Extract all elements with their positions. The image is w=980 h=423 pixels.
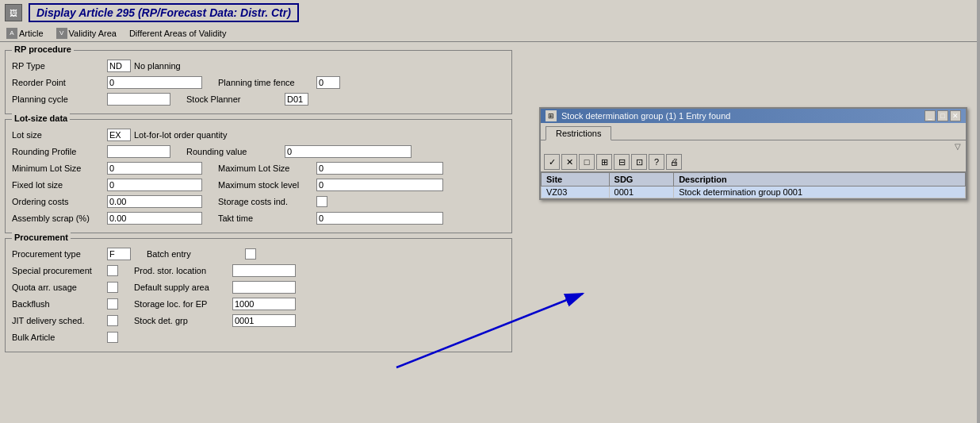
bulk-article-label: Bulk Article (12, 333, 107, 342)
rp-procedure-group: RP procedure RP Type ND No planning Reor… (5, 50, 512, 114)
popup-toolbar: ✓ ✕ □ ⊞ ⊟ ⊡ ? 🖨 (541, 152, 966, 172)
toolbar-check-btn[interactable]: ✓ (544, 154, 560, 170)
fixed-lot-row: Fixed lot size 0 Maximum stock level 0 (12, 178, 505, 192)
quota-row: Quota arr. usage Default supply area (12, 280, 505, 294)
max-lot-label: Maximum Lot Size (218, 163, 313, 173)
cell-description: Stock determination group 0001 (674, 187, 966, 198)
app-icon: 🖼 (5, 4, 22, 21)
lot-size-group: Lot-size data Lot size EX Lot-for-lot or… (5, 119, 512, 233)
lot-size-title: Lot-size data (12, 113, 70, 123)
planning-fence-field[interactable]: 0 (316, 76, 340, 89)
lot-size-code-field[interactable]: EX (107, 129, 131, 141)
validity-icon: V (56, 28, 67, 39)
assembly-scrap-field[interactable]: 0.00 (107, 212, 202, 225)
toolbar-grid1-btn[interactable]: ⊞ (596, 154, 612, 170)
procurement-title: Procurement (12, 233, 71, 242)
prod-stor-field[interactable] (232, 264, 296, 277)
quota-label: Quota arr. usage (12, 283, 107, 292)
special-proc-row: Special procurement Prod. stor. location (12, 263, 505, 278)
menu-validity-area[interactable]: V Validity Area (56, 28, 117, 39)
max-lot-field[interactable]: 0 (316, 162, 443, 175)
reorder-field[interactable]: 0 (107, 76, 202, 89)
col-site: Site (542, 173, 610, 187)
toolbar-help-btn[interactable]: ? (649, 154, 664, 170)
popup-titlebar: ⊞ Stock determination group (1) 1 Entry … (541, 109, 966, 123)
menu-article[interactable]: A Article (6, 28, 44, 39)
default-supply-field[interactable] (232, 281, 296, 294)
bulk-article-checkbox[interactable] (107, 332, 118, 343)
storage-costs-label: Storage costs ind. (218, 197, 313, 206)
left-panel: RP procedure RP Type ND No planning Reor… (5, 50, 512, 357)
popup-filter-bar: ▽ (541, 140, 966, 152)
rounding-value-field[interactable]: 0 (285, 145, 412, 158)
popup-title-left: ⊞ Stock determination group (1) 1 Entry … (546, 110, 730, 121)
prod-stor-label: Prod. stor. location (134, 266, 229, 275)
article-icon: A (6, 28, 17, 39)
assembly-scrap-label: Assembly scrap (%) (12, 213, 107, 223)
procurement-content: Procurement type F Batch entry Special p… (6, 239, 511, 352)
planning-cycle-label: Planning cycle (12, 94, 107, 104)
quota-checkbox[interactable] (107, 282, 118, 293)
rounding-row: Rounding Profile Rounding value 0 (12, 144, 505, 159)
main-window: 🖼 Display Article 295 (RP/Forecast Data:… (0, 0, 980, 423)
rounding-profile-field[interactable] (107, 145, 170, 158)
backflush-label: Backflush (12, 299, 107, 309)
special-proc-checkbox[interactable] (107, 265, 118, 276)
toolbar-x-btn[interactable]: ✕ (561, 154, 577, 170)
jit-row: JIT delivery sched. Stock det. grp 0001 (12, 313, 505, 328)
jit-checkbox[interactable] (107, 315, 118, 326)
filter-icon: ▽ (955, 142, 961, 151)
toolbar-print-btn[interactable]: 🖨 (666, 154, 682, 170)
popup-table: Site SDG Description VZ03 0001 Stock det… (541, 172, 966, 198)
ordering-costs-row: Ordering costs 0.00 Storage costs ind. (12, 194, 505, 209)
backflush-checkbox[interactable] (107, 298, 118, 310)
cell-sdg: 0001 (609, 187, 674, 198)
popup-tab-bar: Restrictions (541, 123, 966, 140)
rp-type-code-field[interactable]: ND (107, 60, 131, 72)
reorder-row: Reorder Point 0 Planning time fence 0 (12, 75, 505, 90)
popup-maximize-btn[interactable]: □ (937, 110, 948, 121)
popup-close-btn[interactable]: ✕ (950, 110, 961, 121)
jit-label: JIT delivery sched. (12, 316, 107, 325)
assembly-scrap-row: Assembly scrap (%) 0.00 Takt time 0 (12, 211, 505, 225)
max-stock-field[interactable]: 0 (316, 179, 443, 191)
toolbar-grid2-btn[interactable]: ⊟ (614, 154, 630, 170)
rounding-profile-label: Rounding Profile (12, 147, 107, 156)
fixed-lot-field[interactable]: 0 (107, 179, 202, 191)
procurement-group: Procurement Procurement type F Batch ent… (5, 238, 512, 352)
planning-cycle-field[interactable] (107, 93, 170, 106)
min-lot-field[interactable]: 0 (107, 162, 202, 175)
popup-title: Stock determination group (1) 1 Entry fo… (561, 111, 730, 121)
storage-costs-checkbox[interactable] (316, 196, 327, 207)
toolbar-copy-btn[interactable]: □ (579, 154, 595, 170)
special-proc-label: Special procurement (12, 266, 107, 275)
storage-ep-field[interactable]: 1000 (232, 298, 296, 310)
default-supply-label: Default supply area (134, 283, 229, 292)
planning-fence-label: Planning time fence (218, 78, 313, 87)
rp-type-label: RP Type (12, 61, 107, 71)
min-max-lot-row: Minimum Lot Size 0 Maximum Lot Size 0 (12, 161, 505, 175)
takt-time-field[interactable]: 0 (316, 212, 443, 225)
ordering-costs-field[interactable]: 0.00 (107, 195, 202, 208)
rp-type-desc: No planning (134, 61, 181, 71)
batch-entry-label: Batch entry (147, 249, 242, 259)
lot-size-label: Lot size (12, 130, 107, 140)
restrictions-tab[interactable]: Restrictions (546, 126, 611, 140)
menu-different-areas[interactable]: Different Areas of Validity (129, 28, 227, 39)
proc-type-field[interactable]: F (107, 248, 131, 260)
stock-det-label: Stock det. grp (134, 316, 229, 325)
backflush-row: Backflush Storage loc. for EP 1000 (12, 297, 505, 311)
col-sdg: SDG (609, 173, 674, 187)
stock-planner-field[interactable]: D01 (285, 93, 308, 106)
batch-entry-checkbox[interactable] (245, 248, 256, 260)
table-row[interactable]: VZ03 0001 Stock determination group 0001 (542, 187, 966, 198)
stock-planner-label: Stock Planner (186, 94, 281, 104)
stock-det-field[interactable]: 0001 (232, 314, 296, 327)
toolbar-grid3-btn[interactable]: ⊡ (631, 154, 647, 170)
resize-handle-right[interactable] (977, 0, 980, 423)
popup-minimize-btn[interactable]: _ (924, 110, 936, 121)
proc-type-row: Procurement type F Batch entry (12, 247, 505, 261)
cell-site: VZ03 (542, 187, 610, 198)
rounding-value-label: Rounding value (186, 147, 281, 156)
max-stock-label: Maximum stock level (218, 180, 313, 190)
